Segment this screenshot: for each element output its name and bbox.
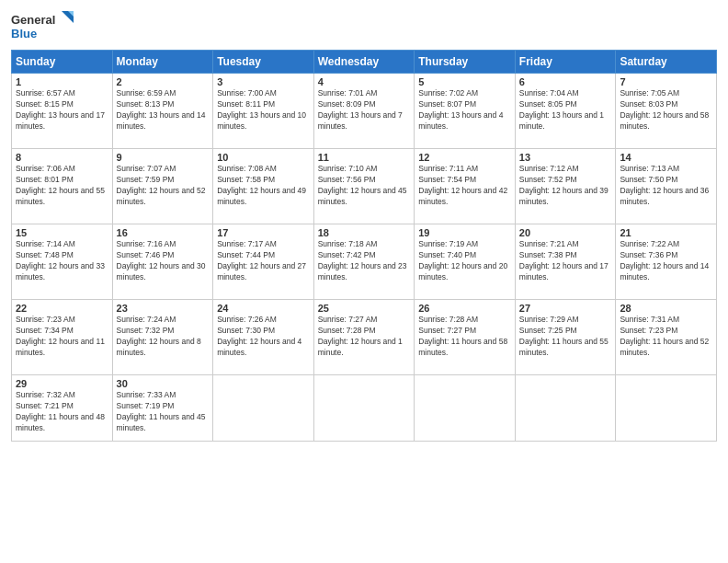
calendar-cell: 3Sunrise: 7:00 AM Sunset: 8:11 PM Daylig… (213, 74, 314, 149)
calendar-cell: 8Sunrise: 7:06 AM Sunset: 8:01 PM Daylig… (12, 149, 113, 224)
weekday-header: Monday (112, 51, 213, 74)
calendar-cell: 21Sunrise: 7:22 AM Sunset: 7:36 PM Dayli… (616, 224, 717, 300)
day-info: Sunrise: 7:04 AM Sunset: 8:05 PM Dayligh… (519, 88, 612, 132)
day-number: 13 (519, 152, 612, 163)
calendar-cell: 16Sunrise: 7:16 AM Sunset: 7:46 PM Dayli… (112, 224, 213, 300)
day-info: Sunrise: 7:18 AM Sunset: 7:42 PM Dayligh… (318, 239, 411, 283)
day-info: Sunrise: 7:12 AM Sunset: 7:52 PM Dayligh… (519, 164, 612, 208)
day-number: 15 (16, 227, 108, 238)
calendar-cell (213, 375, 314, 442)
day-info: Sunrise: 7:07 AM Sunset: 7:59 PM Dayligh… (117, 164, 210, 208)
calendar-cell: 23Sunrise: 7:24 AM Sunset: 7:32 PM Dayli… (112, 300, 213, 375)
calendar-cell: 22Sunrise: 7:23 AM Sunset: 7:34 PM Dayli… (12, 300, 113, 375)
day-number: 24 (217, 303, 310, 314)
weekday-header: Friday (515, 51, 616, 74)
calendar-week-row: 22Sunrise: 7:23 AM Sunset: 7:34 PM Dayli… (12, 300, 717, 375)
calendar-cell: 5Sunrise: 7:02 AM Sunset: 8:07 PM Daylig… (415, 74, 516, 149)
day-number: 1 (16, 76, 108, 87)
day-info: Sunrise: 7:22 AM Sunset: 7:36 PM Dayligh… (620, 239, 712, 283)
calendar-cell: 9Sunrise: 7:07 AM Sunset: 7:59 PM Daylig… (112, 149, 213, 224)
calendar-cell: 27Sunrise: 7:29 AM Sunset: 7:25 PM Dayli… (515, 300, 616, 375)
day-number: 16 (117, 227, 210, 238)
calendar-cell: 17Sunrise: 7:17 AM Sunset: 7:44 PM Dayli… (213, 224, 314, 300)
calendar-cell: 25Sunrise: 7:27 AM Sunset: 7:28 PM Dayli… (313, 300, 415, 375)
day-info: Sunrise: 7:21 AM Sunset: 7:38 PM Dayligh… (519, 239, 612, 283)
calendar-cell: 1Sunrise: 6:57 AM Sunset: 8:15 PM Daylig… (12, 74, 113, 149)
calendar-cell: 11Sunrise: 7:10 AM Sunset: 7:56 PM Dayli… (313, 149, 415, 224)
day-number: 17 (217, 227, 310, 238)
calendar-cell: 28Sunrise: 7:31 AM Sunset: 7:23 PM Dayli… (616, 300, 717, 375)
day-number: 30 (117, 378, 210, 389)
day-info: Sunrise: 7:33 AM Sunset: 7:19 PM Dayligh… (117, 390, 210, 434)
calendar-cell (616, 375, 717, 442)
day-number: 12 (418, 152, 511, 163)
day-number: 19 (418, 227, 511, 238)
day-info: Sunrise: 7:10 AM Sunset: 7:56 PM Dayligh… (318, 164, 411, 208)
day-info: Sunrise: 7:26 AM Sunset: 7:30 PM Dayligh… (217, 315, 310, 359)
svg-text:General: General (11, 13, 55, 27)
day-number: 10 (217, 152, 310, 163)
calendar-cell: 10Sunrise: 7:08 AM Sunset: 7:58 PM Dayli… (213, 149, 314, 224)
calendar-cell: 14Sunrise: 7:13 AM Sunset: 7:50 PM Dayli… (616, 149, 717, 224)
calendar-cell: 6Sunrise: 7:04 AM Sunset: 8:05 PM Daylig… (515, 74, 616, 149)
day-info: Sunrise: 7:14 AM Sunset: 7:48 PM Dayligh… (16, 239, 108, 283)
day-number: 25 (318, 303, 411, 314)
day-number: 21 (620, 227, 712, 238)
calendar-header-row: SundayMondayTuesdayWednesdayThursdayFrid… (12, 51, 717, 74)
page-header: General Blue (11, 9, 717, 44)
svg-text:Blue: Blue (11, 27, 37, 40)
calendar-week-row: 1Sunrise: 6:57 AM Sunset: 8:15 PM Daylig… (12, 74, 717, 149)
weekday-header: Thursday (415, 51, 516, 74)
calendar-cell (415, 375, 516, 442)
day-info: Sunrise: 7:08 AM Sunset: 7:58 PM Dayligh… (217, 164, 310, 208)
day-info: Sunrise: 6:59 AM Sunset: 8:13 PM Dayligh… (117, 88, 210, 132)
calendar-cell: 13Sunrise: 7:12 AM Sunset: 7:52 PM Dayli… (515, 149, 616, 224)
day-number: 27 (519, 303, 612, 314)
calendar-cell: 15Sunrise: 7:14 AM Sunset: 7:48 PM Dayli… (12, 224, 113, 300)
day-info: Sunrise: 7:00 AM Sunset: 8:11 PM Dayligh… (217, 88, 310, 132)
logo: General Blue (11, 9, 75, 44)
calendar-week-row: 29Sunrise: 7:32 AM Sunset: 7:21 PM Dayli… (12, 375, 717, 442)
day-info: Sunrise: 7:13 AM Sunset: 7:50 PM Dayligh… (620, 164, 712, 208)
day-info: Sunrise: 7:17 AM Sunset: 7:44 PM Dayligh… (217, 239, 310, 283)
calendar-cell: 19Sunrise: 7:19 AM Sunset: 7:40 PM Dayli… (415, 224, 516, 300)
day-info: Sunrise: 6:57 AM Sunset: 8:15 PM Dayligh… (16, 88, 108, 132)
day-number: 22 (16, 303, 108, 314)
day-info: Sunrise: 7:29 AM Sunset: 7:25 PM Dayligh… (519, 315, 612, 359)
day-info: Sunrise: 7:32 AM Sunset: 7:21 PM Dayligh… (16, 390, 108, 434)
weekday-header: Tuesday (213, 51, 314, 74)
calendar-cell: 26Sunrise: 7:28 AM Sunset: 7:27 PM Dayli… (415, 300, 516, 375)
day-number: 18 (318, 227, 411, 238)
day-number: 26 (418, 303, 511, 314)
day-number: 8 (16, 152, 108, 163)
day-info: Sunrise: 7:24 AM Sunset: 7:32 PM Dayligh… (117, 315, 210, 359)
calendar-cell: 18Sunrise: 7:18 AM Sunset: 7:42 PM Dayli… (313, 224, 415, 300)
day-number: 6 (519, 76, 612, 87)
day-info: Sunrise: 7:01 AM Sunset: 8:09 PM Dayligh… (318, 88, 411, 132)
calendar-cell: 24Sunrise: 7:26 AM Sunset: 7:30 PM Dayli… (213, 300, 314, 375)
calendar-cell: 4Sunrise: 7:01 AM Sunset: 8:09 PM Daylig… (313, 74, 415, 149)
day-number: 2 (117, 76, 210, 87)
day-number: 4 (318, 76, 411, 87)
weekday-header: Saturday (616, 51, 717, 74)
calendar-cell: 30Sunrise: 7:33 AM Sunset: 7:19 PM Dayli… (112, 375, 213, 442)
calendar-cell: 12Sunrise: 7:11 AM Sunset: 7:54 PM Dayli… (415, 149, 516, 224)
day-info: Sunrise: 7:16 AM Sunset: 7:46 PM Dayligh… (117, 239, 210, 283)
day-info: Sunrise: 7:19 AM Sunset: 7:40 PM Dayligh… (418, 239, 511, 283)
day-number: 11 (318, 152, 411, 163)
day-number: 20 (519, 227, 612, 238)
calendar-cell: 7Sunrise: 7:05 AM Sunset: 8:03 PM Daylig… (616, 74, 717, 149)
day-number: 7 (620, 76, 712, 87)
calendar-week-row: 8Sunrise: 7:06 AM Sunset: 8:01 PM Daylig… (12, 149, 717, 224)
day-number: 14 (620, 152, 712, 163)
day-number: 28 (620, 303, 712, 314)
weekday-header: Sunday (12, 51, 113, 74)
day-info: Sunrise: 7:28 AM Sunset: 7:27 PM Dayligh… (418, 315, 511, 359)
calendar-cell: 20Sunrise: 7:21 AM Sunset: 7:38 PM Dayli… (515, 224, 616, 300)
day-info: Sunrise: 7:23 AM Sunset: 7:34 PM Dayligh… (16, 315, 108, 359)
day-info: Sunrise: 7:11 AM Sunset: 7:54 PM Dayligh… (418, 164, 511, 208)
day-info: Sunrise: 7:05 AM Sunset: 8:03 PM Dayligh… (620, 88, 712, 132)
logo-svg: General Blue (11, 9, 75, 44)
day-number: 29 (16, 378, 108, 389)
day-number: 3 (217, 76, 310, 87)
